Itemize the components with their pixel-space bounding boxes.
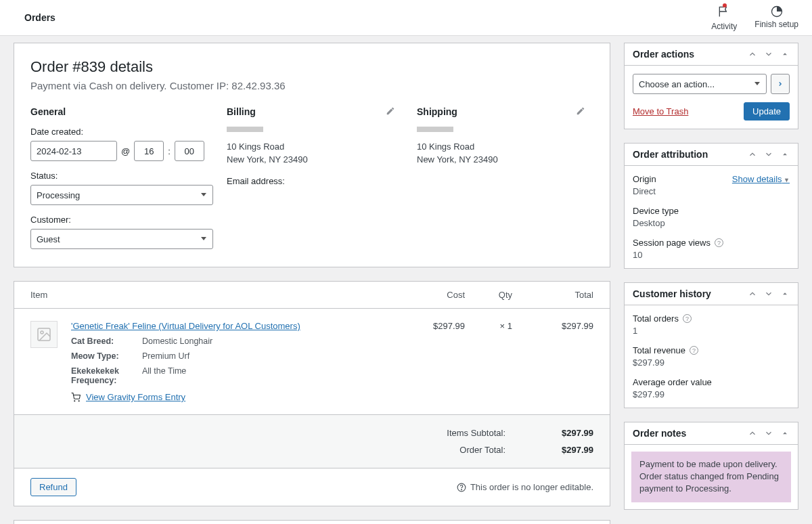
chevron-up-icon[interactable] bbox=[748, 289, 757, 299]
session-views-label: Session page views ? bbox=[633, 238, 790, 248]
date-created-label: Date created: bbox=[30, 127, 213, 137]
move-to-trash-link[interactable]: Move to Trash bbox=[633, 106, 688, 116]
origin-label: Origin bbox=[633, 174, 732, 184]
items-header-row: Item Cost Qty Total bbox=[14, 282, 610, 309]
activity-notification-dot bbox=[723, 3, 727, 7]
order-notes-panel: Order notes Payment to be made upon deli… bbox=[624, 422, 798, 510]
status-select[interactable]: Processing bbox=[30, 185, 213, 205]
shipping-line1: 10 Kings Road bbox=[417, 141, 474, 152]
item-name-link[interactable]: 'Genetic Freak' Feline (Virtual Delivery… bbox=[71, 321, 300, 331]
activity-button[interactable]: Activity bbox=[711, 5, 737, 31]
order-title: Order #839 details bbox=[30, 58, 593, 76]
device-type-label: Device type bbox=[633, 206, 790, 216]
chevron-up-icon[interactable] bbox=[748, 429, 757, 438]
avg-order-value-value: $297.99 bbox=[633, 389, 790, 399]
items-header-item: Item bbox=[30, 290, 384, 300]
svg-point-6 bbox=[461, 489, 461, 489]
meta-key: Meow Type: bbox=[71, 351, 142, 361]
device-type-value: Desktop bbox=[633, 218, 790, 228]
hour-input[interactable] bbox=[134, 141, 164, 161]
meta-value: All the Time bbox=[142, 366, 384, 385]
help-icon[interactable]: ? bbox=[690, 346, 698, 355]
edit-billing-button[interactable] bbox=[386, 106, 395, 118]
help-icon[interactable]: ? bbox=[715, 238, 723, 247]
shipping-line2: New York, NY 23490 bbox=[417, 154, 498, 165]
order-notes-title: Order notes bbox=[633, 428, 686, 439]
caret-up-icon[interactable] bbox=[780, 150, 790, 159]
edit-shipping-button[interactable] bbox=[576, 106, 585, 118]
chevron-down-icon[interactable] bbox=[764, 289, 773, 299]
total-orders-value: 1 bbox=[633, 326, 790, 336]
billing-line2: New York, NY 23490 bbox=[227, 154, 308, 165]
total-revenue-label: Total revenue ? bbox=[633, 345, 790, 355]
order-note: Payment to be made upon delivery. Order … bbox=[631, 452, 791, 502]
general-heading: General bbox=[30, 106, 213, 117]
update-button[interactable]: Update bbox=[744, 102, 790, 121]
svg-point-3 bbox=[74, 400, 75, 401]
page-title: Orders bbox=[24, 12, 55, 23]
order-subtitle: Payment via Cash on delivery. Customer I… bbox=[30, 80, 593, 91]
order-total-label: Order Total: bbox=[397, 445, 505, 455]
colon-symbol: : bbox=[168, 146, 171, 156]
status-label: Status: bbox=[30, 171, 213, 181]
item-thumbnail[interactable] bbox=[30, 321, 58, 348]
chevron-up-icon[interactable] bbox=[748, 150, 757, 159]
chevron-up-icon[interactable] bbox=[748, 49, 757, 59]
date-input[interactable] bbox=[30, 141, 117, 161]
customer-history-panel: Customer history Total orders ? 1 bbox=[624, 282, 798, 408]
email-address-label: Email address: bbox=[227, 176, 403, 186]
totals-section: Items Subtotal: $297.99 Order Total: $29… bbox=[14, 414, 610, 468]
item-qty: × 1 bbox=[465, 321, 512, 331]
avg-order-value-label: Average order value bbox=[633, 377, 790, 387]
chevron-down-icon[interactable] bbox=[764, 429, 773, 438]
session-views-value: 10 bbox=[633, 250, 790, 260]
meta-value: Domestic Longhair bbox=[142, 336, 384, 346]
billing-heading: Billing bbox=[227, 106, 403, 117]
downloadable-permissions-panel: Downloadable product permissions ? bbox=[14, 520, 610, 524]
top-bar-right: Activity Finish setup bbox=[711, 5, 798, 31]
clock-progress-icon bbox=[770, 5, 784, 18]
total-orders-label: Total orders ? bbox=[633, 313, 790, 324]
billing-line1: 10 Kings Road bbox=[227, 141, 284, 152]
at-symbol: @ bbox=[121, 146, 130, 156]
line-items-panel: Item Cost Qty Total 'Genetic Freak' Feli… bbox=[14, 281, 610, 506]
order-attribution-panel: Order attribution Show details Origin Di… bbox=[624, 143, 798, 269]
chevron-down-icon[interactable] bbox=[764, 49, 773, 59]
caret-up-icon[interactable] bbox=[780, 49, 790, 59]
table-row: 'Genetic Freak' Feline (Virtual Delivery… bbox=[14, 309, 610, 414]
meta-key: Cat Breed: bbox=[71, 336, 142, 346]
attribution-title: Order attribution bbox=[633, 149, 708, 160]
order-action-select[interactable]: Choose an action... bbox=[633, 74, 767, 94]
shipping-column: Shipping 10 Kings Road New York, NY 2349… bbox=[417, 106, 593, 249]
finish-setup-button[interactable]: Finish setup bbox=[754, 5, 798, 31]
svg-point-4 bbox=[78, 400, 79, 401]
meta-value: Premium Urf bbox=[142, 351, 384, 361]
caret-up-icon[interactable] bbox=[780, 289, 790, 299]
item-cost: $297.99 bbox=[384, 321, 465, 331]
caret-up-icon[interactable] bbox=[780, 429, 790, 438]
meta-key: Ekekekekek Frequency: bbox=[71, 366, 142, 385]
apply-action-button[interactable] bbox=[771, 74, 790, 94]
item-total: $297.99 bbox=[512, 321, 593, 331]
top-bar: Orders Activity Finish setup bbox=[0, 0, 812, 36]
view-gravity-forms-link[interactable]: View Gravity Forms Entry bbox=[86, 392, 185, 402]
help-icon bbox=[457, 483, 466, 492]
order-actions-title: Order actions bbox=[633, 49, 694, 60]
finish-setup-label: Finish setup bbox=[754, 20, 798, 29]
shipping-name-redacted bbox=[417, 127, 453, 132]
not-editable-note: This order is no longer editable. bbox=[457, 482, 593, 492]
customer-select[interactable]: Guest bbox=[30, 229, 213, 249]
minute-input[interactable] bbox=[175, 141, 204, 161]
subtotal-value: $297.99 bbox=[512, 428, 593, 438]
chevron-down-icon[interactable] bbox=[764, 150, 773, 159]
chevron-right-icon bbox=[777, 81, 784, 87]
billing-column: Billing 10 Kings Road New York, NY 23490… bbox=[227, 106, 403, 249]
pencil-icon bbox=[576, 106, 585, 116]
refund-button[interactable]: Refund bbox=[30, 478, 76, 496]
show-details-toggle[interactable]: Show details bbox=[732, 174, 790, 184]
billing-name-redacted bbox=[227, 127, 263, 132]
total-revenue-value: $297.99 bbox=[633, 357, 790, 368]
help-icon[interactable]: ? bbox=[683, 314, 692, 323]
general-column: General Date created: @ : Status: bbox=[30, 106, 213, 249]
svg-point-2 bbox=[41, 331, 43, 334]
